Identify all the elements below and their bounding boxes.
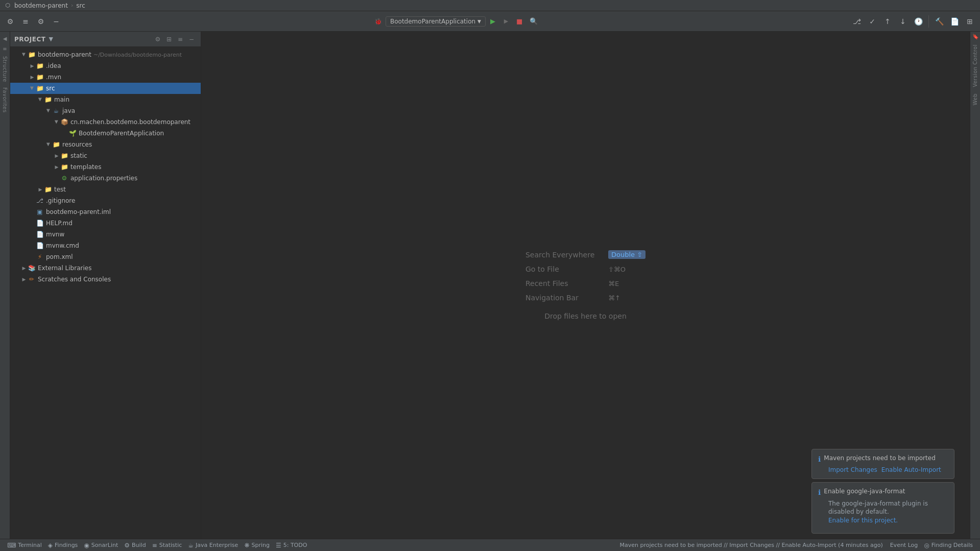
tree-templates-label: templates <box>70 163 101 171</box>
tree-pomxml-item[interactable]: ▶ ⚡ pom.xml <box>10 251 201 262</box>
left-strip-structure-label[interactable]: Structure <box>2 54 8 84</box>
toolbar-settings-btn[interactable]: ⚙ <box>3 14 17 29</box>
tree-mvnw-icon: 📄 <box>36 230 44 238</box>
enable-project-link[interactable]: Enable for this project. <box>828 517 898 524</box>
tree-java-arrow: ▶ <box>45 107 52 114</box>
project-sidebar: Project ▼ ⚙ ⊞ ≡ − ▶ 📁 bootdemo-parent ~/… <box>10 32 201 539</box>
toolbar-separator <box>928 15 929 28</box>
title-path: src <box>76 2 85 9</box>
status-todo[interactable]: ☰ 5: TODO <box>273 539 310 551</box>
hint-navbar-shortcut: ⌘↑ <box>608 294 620 302</box>
tree-static-item[interactable]: ▶ 📁 static <box>10 150 201 161</box>
toolbar-file-btn[interactable]: 📄 <box>947 14 962 29</box>
status-sonarlint[interactable]: ◉ SonarLint <box>81 539 121 551</box>
sidebar-title: Project <box>14 36 45 43</box>
toolbar-history-btn[interactable]: 🕐 <box>911 14 925 29</box>
tree-helpmd-item[interactable]: ▶ 📄 HELP.md <box>10 218 201 229</box>
tree-src-arrow: ▶ <box>29 85 36 92</box>
tree-test-icon: 📁 <box>44 185 52 194</box>
hint-recent-shortcut: ⌘E <box>608 280 619 288</box>
status-build-label: Build <box>132 542 146 548</box>
tree-src-label: src <box>46 85 55 92</box>
toolbar-commit-btn[interactable]: ✓ <box>865 14 879 29</box>
google-format-notification: ℹ Enable google-java-format The google-j… <box>811 482 954 534</box>
project-name: bootdemo-parent <box>14 2 68 9</box>
tree-root-path: ~/Downloads/bootdemo-parent <box>93 52 182 58</box>
tree-mvnwcmd-icon: 📄 <box>36 242 44 250</box>
tree-app-class-item[interactable]: ▶ 🌱 BootdemoParentApplication <box>10 128 201 139</box>
tree-scratches-item[interactable]: ▶ ✏ Scratches and Consoles <box>10 274 201 285</box>
tree-static-arrow: ▶ <box>53 152 60 159</box>
toolbar-vcs-btn[interactable]: ⎇ <box>850 14 864 29</box>
status-findings[interactable]: ◈ Findings <box>45 539 81 551</box>
toolbar-gear-btn[interactable]: ⚙ <box>34 14 48 29</box>
tree-mvnw-item[interactable]: ▶ 📄 mvnw <box>10 229 201 240</box>
tree-appprops-item[interactable]: ▶ ⚙ application.properties <box>10 173 201 184</box>
google-format-title: Enable google-java-format <box>824 488 905 495</box>
tree-gitignore-icon: ⎇ <box>36 197 44 205</box>
status-java-enterprise[interactable]: ☕ Java Enterprise <box>185 539 241 551</box>
import-changes-link[interactable]: Import Changes <box>828 466 877 473</box>
tree-root-item[interactable]: ▶ 📁 bootdemo-parent ~/Downloads/bootdemo… <box>10 49 201 60</box>
tree-gitignore-item[interactable]: ▶ ⎇ .gitignore <box>10 195 201 206</box>
toolbar-split2-btn[interactable]: ⊞ <box>963 14 977 29</box>
status-event-log[interactable]: Event Log <box>887 539 921 551</box>
title-bar: ⬡ bootdemo-parent › src <box>0 0 980 11</box>
left-tool-strip: ◀ ≡ Structure Favorites <box>0 32 10 539</box>
left-strip-btn2[interactable]: ≡ <box>1 44 10 53</box>
sidebar-expand-btn[interactable]: ⊞ <box>164 34 174 44</box>
right-strip-bookmark-btn[interactable]: 🔖 <box>971 32 980 41</box>
toolbar-push-btn[interactable]: ↑ <box>880 14 895 29</box>
right-strip-version-control-label[interactable]: Version Control <box>971 41 979 90</box>
tree-test-item[interactable]: ▶ 📁 test <box>10 184 201 195</box>
status-message: Maven projects need to be imported // Im… <box>616 542 887 548</box>
toolbar-minus-btn[interactable]: − <box>49 14 63 29</box>
tree-src-item[interactable]: ▶ 📁 src <box>10 83 201 94</box>
stop-btn[interactable]: ■ <box>513 15 525 28</box>
run-config-dropdown-icon: ▼ <box>477 19 481 24</box>
tree-java-label: java <box>62 107 75 114</box>
status-terminal-label: Terminal <box>18 542 42 548</box>
app-icon: ⬡ <box>4 2 11 9</box>
tree-scratches-label: Scratches and Consoles <box>38 276 111 283</box>
left-strip-favorites-label[interactable]: Favorites <box>2 85 8 115</box>
hint-recent-key: ⌘E <box>608 280 619 288</box>
toolbar-search-btn[interactable]: 🔍 <box>527 14 541 29</box>
spring-icon: ❋ <box>244 542 249 549</box>
build-icon: ⚙ <box>124 542 130 549</box>
sidebar-close-btn[interactable]: − <box>186 34 197 44</box>
left-strip-btn1[interactable]: ◀ <box>1 34 10 43</box>
sidebar-settings-btn[interactable]: ⚙ <box>153 34 163 44</box>
finding-details-icon: ◎ <box>924 542 929 549</box>
tree-mvn-item[interactable]: ▶ 📁 .mvn <box>10 71 201 83</box>
tree-idea-item[interactable]: ▶ 📁 .idea <box>10 60 201 71</box>
notifications-panel: ℹ Maven projects need to be imported Imp… <box>811 449 954 534</box>
tree-resources-item[interactable]: ▶ 📁 resources <box>10 139 201 150</box>
status-statistic[interactable]: ≡ Statistic <box>149 539 185 551</box>
tree-extlibs-item[interactable]: ▶ 📚 External Libraries <box>10 262 201 274</box>
status-spring[interactable]: ❋ Spring <box>241 539 273 551</box>
tree-templates-item[interactable]: ▶ 📁 templates <box>10 161 201 173</box>
tree-extlibs-arrow: ▶ <box>20 265 28 272</box>
run-with-coverage-btn[interactable]: ▶ <box>500 15 512 28</box>
status-finding-details[interactable]: ◎ Finding Details <box>921 539 976 551</box>
right-strip-web-label[interactable]: Web <box>971 90 979 108</box>
sidebar-gear-btn[interactable]: ≡ <box>175 34 185 44</box>
toolbar-split-btn[interactable]: ≡ <box>18 14 33 29</box>
toolbar-pull-btn[interactable]: ↓ <box>896 14 910 29</box>
toolbar-run-group: 🐞 BootdemoParentApplication ▼ ▶ ▶ ■ 🔍 <box>372 14 541 29</box>
run-debug-btn[interactable]: 🐞 <box>372 15 385 28</box>
run-btn[interactable]: ▶ <box>487 15 499 28</box>
enable-auto-import-link[interactable]: Enable Auto-Import <box>881 466 941 473</box>
tree-package-item[interactable]: ▶ 📦 cn.machen.bootdemo.bootdemoparent <box>10 116 201 128</box>
toolbar-build-btn[interactable]: 🔨 <box>932 14 946 29</box>
run-config-selector[interactable]: BootdemoParentApplication ▼ <box>386 16 486 27</box>
maven-notification-icon: ℹ <box>818 455 821 463</box>
tree-java-item[interactable]: ▶ ☕ java <box>10 105 201 116</box>
status-terminal[interactable]: ⌨ Terminal <box>4 539 45 551</box>
status-build[interactable]: ⚙ Build <box>121 539 149 551</box>
sidebar-dropdown-icon[interactable]: ▼ <box>49 36 53 42</box>
tree-main-item[interactable]: ▶ 📁 main <box>10 94 201 105</box>
tree-mvnwcmd-item[interactable]: ▶ 📄 mvnw.cmd <box>10 240 201 251</box>
tree-iml-item[interactable]: ▶ ▣ bootdemo-parent.iml <box>10 206 201 218</box>
